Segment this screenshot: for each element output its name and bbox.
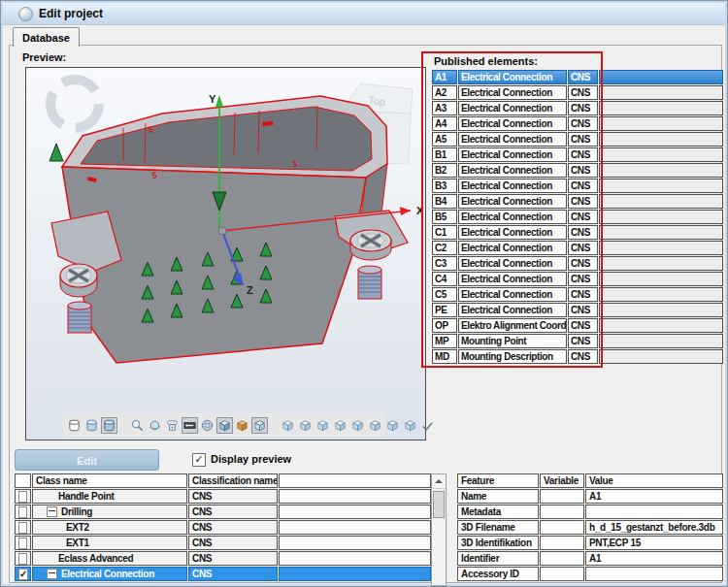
class-row-classification-cell: CNS [188, 520, 278, 535]
feature-cell: Identifier [457, 551, 539, 566]
published-row-empty-cell [599, 334, 723, 348]
view-left-icon[interactable] [314, 417, 331, 434]
cylinder-solid-icon[interactable] [101, 417, 117, 434]
material-box-icon[interactable] [234, 417, 250, 434]
published-row[interactable]: C1Electrical ConnectionCNS [432, 225, 723, 240]
scrollbar-thumb[interactable] [433, 491, 445, 518]
published-row-class-cell: CNS [568, 210, 598, 224]
published-row[interactable]: PEElectrical ConnectionCNS [432, 303, 723, 317]
value-cell: A1 [585, 551, 723, 566]
class-table-row[interactable]: EXT1CNS [15, 536, 431, 550]
published-row[interactable]: A4Electrical ConnectionCNS [432, 116, 723, 131]
class-row-checkbox[interactable] [18, 491, 27, 503]
variable-cell [540, 567, 584, 581]
published-row-id-cell: C5 [432, 287, 457, 302]
published-table: A1Electrical ConnectionCNSA2Electrical C… [432, 70, 723, 365]
class-row-checkbox[interactable] [18, 553, 27, 565]
published-row-empty-cell [599, 318, 723, 333]
published-row[interactable]: C5Electrical ConnectionCNS [432, 287, 723, 302]
published-row-id-cell: MP [432, 334, 457, 348]
published-row[interactable]: B2Electrical ConnectionCNS [432, 163, 723, 178]
published-row[interactable]: B5Electrical ConnectionCNS [432, 210, 723, 224]
measure-icon[interactable] [182, 417, 198, 434]
value-cell: A1 [585, 489, 723, 504]
class-row-check-cell [15, 536, 31, 550]
value-cell: h_d_15_gestanzt_before.3db [585, 520, 723, 535]
class-table-row[interactable]: ✓Electrical ConnectionCNS [15, 567, 431, 581]
published-row-class-cell: CNS [568, 303, 598, 317]
published-row[interactable]: A5Electrical ConnectionCNS [432, 132, 723, 147]
class-row-empty-cell [279, 505, 431, 519]
class-row-name-cell: Electrical Connection [32, 567, 187, 581]
orbit-widget-icon[interactable] [50, 80, 99, 128]
value-cell: PNT,ECP 15 [585, 536, 723, 550]
published-row[interactable]: MDMounting DescriptionCNS [432, 349, 723, 364]
feature-table-row[interactable]: 3D Filenameh_d_15_gestanzt_before.3db [457, 520, 723, 535]
published-row[interactable]: C4Electrical ConnectionCNS [432, 272, 723, 286]
orbit-icon[interactable] [147, 417, 163, 434]
preview-3d-viewport[interactable]: Top Front [25, 67, 426, 440]
published-row[interactable]: B3Electrical ConnectionCNS [432, 179, 723, 193]
connection-point-cone [50, 144, 63, 161]
class-table-row[interactable]: Handle PointCNS [15, 489, 431, 504]
view-front-icon[interactable] [280, 417, 296, 434]
class-table-empty-header [279, 473, 431, 488]
cylinder-outline-icon[interactable] [66, 417, 83, 434]
published-row[interactable]: B4Electrical ConnectionCNS [432, 194, 723, 209]
edit-button[interactable]: Edit [15, 449, 159, 471]
published-row[interactable]: C3Electrical ConnectionCNS [432, 256, 723, 271]
expand-collapse-icon[interactable] [47, 569, 57, 579]
preview-label: Preview: [22, 51, 66, 63]
cylinder-shaded-icon[interactable] [83, 417, 100, 434]
x-axis-label: X [416, 205, 424, 216]
published-row-id-cell: A1 [432, 70, 457, 84]
tab-database[interactable]: Database [13, 27, 80, 47]
published-row-class-cell: CNS [568, 116, 598, 131]
feature-table-row[interactable]: NameA1 [457, 489, 723, 504]
shaded-box-icon[interactable] [216, 417, 233, 434]
view-iso-icon[interactable] [384, 417, 401, 434]
published-row[interactable]: B1Electrical ConnectionCNS [432, 147, 723, 162]
edges-box-icon[interactable] [251, 417, 268, 434]
published-row-class-cell: CNS [568, 101, 598, 115]
turntable-icon[interactable] [164, 417, 181, 434]
feature-table-row[interactable]: Metadata [457, 505, 723, 519]
published-row[interactable]: C2Electrical ConnectionCNS [432, 241, 723, 255]
view-back-icon[interactable] [297, 417, 314, 434]
apply-view-icon[interactable] [419, 417, 436, 434]
titlebar[interactable]: Edit project [3, 3, 725, 25]
class-table-row[interactable]: DrillingCNS [15, 505, 431, 519]
published-row-name-cell: Electrical Connection [458, 210, 567, 224]
published-row-name-cell: Electrical Connection [458, 163, 567, 178]
feature-table-row[interactable]: 3D IdentifikationPNT,ECP 15 [457, 536, 723, 550]
class-table-row[interactable]: EXT2CNS [15, 520, 431, 535]
published-row[interactable]: OPElektro Alignment CoordsysCNS [432, 318, 723, 333]
view-right-icon[interactable] [332, 417, 348, 434]
class-row-checkbox[interactable]: ✓ [18, 569, 28, 580]
class-table-scrollbar[interactable] [431, 473, 447, 586]
zoom-icon[interactable] [129, 417, 146, 434]
class-row-empty-cell [279, 536, 431, 550]
expand-collapse-icon[interactable] [47, 506, 57, 517]
published-row[interactable]: A3Electrical ConnectionCNS [432, 101, 723, 115]
class-row-checkbox[interactable] [18, 538, 27, 549]
published-row[interactable]: MPMounting PointCNS [432, 334, 723, 348]
feature-table-row[interactable]: IdentifierA1 [457, 551, 723, 566]
view-dimetric-icon[interactable] [402, 417, 418, 434]
scroll-up-arrow-icon[interactable] [432, 474, 446, 489]
mesh-sphere-icon[interactable] [199, 417, 215, 434]
feature-cell: 3D Identifikation [457, 536, 539, 550]
published-row-empty-cell [599, 116, 723, 131]
view-bottom-icon[interactable] [367, 417, 383, 434]
published-row[interactable]: A2Electrical ConnectionCNS [432, 85, 723, 100]
class-row-label: Drilling [61, 505, 92, 518]
published-row[interactable]: A1Electrical ConnectionCNS [432, 70, 723, 84]
class-row-checkbox[interactable] [18, 522, 27, 534]
display-preview-checkbox[interactable]: ✓ [192, 453, 206, 467]
class-row-checkbox[interactable] [18, 506, 27, 518]
view-top-icon[interactable] [349, 417, 366, 434]
feature-table-row[interactable]: Accessory ID [457, 567, 723, 581]
variable-cell [540, 505, 584, 519]
class-table-row[interactable]: Eclass AdvancedCNS [15, 551, 431, 566]
variable-cell [540, 551, 584, 566]
